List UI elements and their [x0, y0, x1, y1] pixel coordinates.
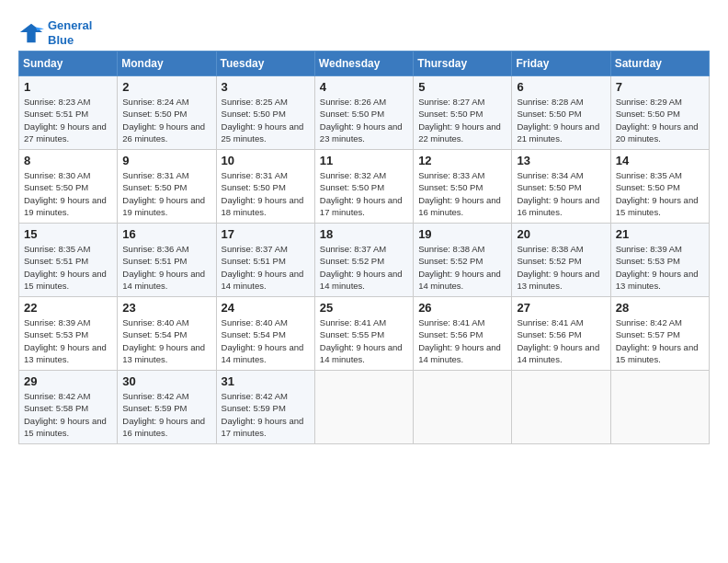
calendar-cell: [610, 371, 709, 444]
calendar-cell: 11Sunrise: 8:32 AMSunset: 5:50 PMDayligh…: [314, 150, 413, 224]
day-number: 26: [418, 301, 506, 315]
calendar-cell: 20Sunrise: 8:38 AMSunset: 5:52 PMDayligh…: [512, 224, 610, 297]
day-info: Sunrise: 8:42 AMSunset: 5:59 PMDaylight:…: [222, 390, 310, 439]
calendar-cell: 3Sunrise: 8:25 AMSunset: 5:50 PMDaylight…: [216, 76, 314, 150]
calendar-day-header: Tuesday: [216, 52, 314, 76]
logo-icon: [18, 20, 44, 46]
day-info: Sunrise: 8:38 AMSunset: 5:52 PMDaylight:…: [418, 243, 506, 292]
day-number: 9: [122, 154, 210, 167]
day-number: 20: [517, 227, 605, 241]
day-number: 19: [418, 227, 506, 241]
calendar-cell: 2Sunrise: 8:24 AMSunset: 5:50 PMDaylight…: [118, 76, 216, 150]
day-info: Sunrise: 8:41 AMSunset: 5:55 PMDaylight:…: [320, 316, 408, 365]
day-number: 4: [320, 80, 408, 94]
page-header: General Blue: [18, 18, 710, 47]
day-info: Sunrise: 8:23 AMSunset: 5:51 PMDaylight:…: [24, 96, 112, 144]
calendar-cell: 15Sunrise: 8:35 AMSunset: 5:51 PMDayligh…: [19, 224, 118, 297]
week-row: 15Sunrise: 8:35 AMSunset: 5:51 PMDayligh…: [19, 224, 710, 297]
calendar-cell: 21Sunrise: 8:39 AMSunset: 5:53 PMDayligh…: [610, 224, 709, 297]
day-number: 15: [24, 227, 112, 241]
day-info: Sunrise: 8:42 AMSunset: 5:59 PMDaylight:…: [122, 390, 210, 439]
calendar-cell: 28Sunrise: 8:42 AMSunset: 5:57 PMDayligh…: [610, 297, 709, 371]
calendar-cell: 16Sunrise: 8:36 AMSunset: 5:51 PMDayligh…: [118, 224, 216, 297]
calendar-cell: 6Sunrise: 8:28 AMSunset: 5:50 PMDaylight…: [512, 76, 610, 150]
calendar-cell: 7Sunrise: 8:29 AMSunset: 5:50 PMDaylight…: [610, 76, 709, 150]
day-info: Sunrise: 8:26 AMSunset: 5:50 PMDaylight:…: [320, 96, 408, 144]
day-info: Sunrise: 8:31 AMSunset: 5:50 PMDaylight:…: [222, 169, 310, 218]
day-info: Sunrise: 8:35 AMSunset: 5:50 PMDaylight:…: [616, 169, 704, 218]
day-number: 28: [616, 301, 704, 315]
day-info: Sunrise: 8:42 AMSunset: 5:58 PMDaylight:…: [24, 390, 112, 439]
calendar-cell: 14Sunrise: 8:35 AMSunset: 5:50 PMDayligh…: [610, 150, 709, 224]
calendar-cell: 13Sunrise: 8:34 AMSunset: 5:50 PMDayligh…: [512, 150, 610, 224]
day-number: 13: [517, 154, 605, 167]
day-number: 22: [24, 301, 112, 315]
day-info: Sunrise: 8:40 AMSunset: 5:54 PMDaylight:…: [122, 316, 210, 365]
calendar-cell: 9Sunrise: 8:31 AMSunset: 5:50 PMDaylight…: [118, 150, 216, 224]
calendar-day-header: Friday: [512, 52, 610, 76]
week-row: 8Sunrise: 8:30 AMSunset: 5:50 PMDaylight…: [19, 150, 710, 224]
day-number: 10: [222, 154, 310, 167]
day-number: 2: [122, 80, 210, 94]
calendar-cell: 31Sunrise: 8:42 AMSunset: 5:59 PMDayligh…: [216, 371, 314, 444]
calendar-cell: 26Sunrise: 8:41 AMSunset: 5:56 PMDayligh…: [414, 297, 512, 371]
calendar-cell: [512, 371, 610, 444]
day-info: Sunrise: 8:29 AMSunset: 5:50 PMDaylight:…: [616, 96, 704, 144]
day-info: Sunrise: 8:41 AMSunset: 5:56 PMDaylight:…: [517, 316, 605, 365]
svg-marker-0: [20, 23, 42, 42]
calendar-cell: 29Sunrise: 8:42 AMSunset: 5:58 PMDayligh…: [19, 371, 118, 444]
day-number: 17: [222, 227, 310, 241]
day-number: 11: [320, 154, 408, 167]
calendar-cell: 17Sunrise: 8:37 AMSunset: 5:51 PMDayligh…: [216, 224, 314, 297]
day-info: Sunrise: 8:39 AMSunset: 5:53 PMDaylight:…: [24, 316, 112, 365]
day-info: Sunrise: 8:35 AMSunset: 5:51 PMDaylight:…: [24, 243, 112, 292]
week-row: 29Sunrise: 8:42 AMSunset: 5:58 PMDayligh…: [19, 371, 710, 444]
day-info: Sunrise: 8:37 AMSunset: 5:52 PMDaylight:…: [320, 243, 408, 292]
day-number: 27: [517, 301, 605, 315]
day-info: Sunrise: 8:34 AMSunset: 5:50 PMDaylight:…: [517, 169, 605, 218]
calendar-cell: 18Sunrise: 8:37 AMSunset: 5:52 PMDayligh…: [314, 224, 413, 297]
week-row: 22Sunrise: 8:39 AMSunset: 5:53 PMDayligh…: [19, 297, 710, 371]
day-info: Sunrise: 8:30 AMSunset: 5:50 PMDaylight:…: [24, 169, 112, 218]
calendar-cell: 19Sunrise: 8:38 AMSunset: 5:52 PMDayligh…: [414, 224, 512, 297]
calendar-cell: [414, 371, 512, 444]
day-number: 5: [418, 80, 506, 94]
calendar-cell: 10Sunrise: 8:31 AMSunset: 5:50 PMDayligh…: [216, 150, 314, 224]
day-info: Sunrise: 8:27 AMSunset: 5:50 PMDaylight:…: [418, 96, 506, 144]
calendar-day-header: Sunday: [19, 52, 118, 76]
calendar-cell: 12Sunrise: 8:33 AMSunset: 5:50 PMDayligh…: [414, 150, 512, 224]
day-number: 18: [320, 227, 408, 241]
day-number: 31: [222, 374, 310, 388]
day-number: 3: [222, 80, 310, 94]
calendar-cell: 24Sunrise: 8:40 AMSunset: 5:54 PMDayligh…: [216, 297, 314, 371]
day-info: Sunrise: 8:40 AMSunset: 5:54 PMDaylight:…: [222, 316, 310, 365]
day-info: Sunrise: 8:31 AMSunset: 5:50 PMDaylight:…: [122, 169, 210, 218]
calendar-cell: 4Sunrise: 8:26 AMSunset: 5:50 PMDaylight…: [314, 76, 413, 150]
day-info: Sunrise: 8:33 AMSunset: 5:50 PMDaylight:…: [418, 169, 506, 218]
day-number: 25: [320, 301, 408, 315]
calendar-cell: 22Sunrise: 8:39 AMSunset: 5:53 PMDayligh…: [19, 297, 118, 371]
day-number: 14: [616, 154, 704, 167]
calendar-cell: [314, 371, 413, 444]
calendar-cell: 8Sunrise: 8:30 AMSunset: 5:50 PMDaylight…: [19, 150, 118, 224]
day-number: 29: [24, 374, 112, 388]
calendar-cell: 30Sunrise: 8:42 AMSunset: 5:59 PMDayligh…: [118, 371, 216, 444]
day-number: 23: [122, 301, 210, 315]
calendar-day-header: Saturday: [610, 52, 709, 76]
logo-text: General Blue: [48, 18, 92, 47]
calendar-cell: 25Sunrise: 8:41 AMSunset: 5:55 PMDayligh…: [314, 297, 413, 371]
day-number: 30: [122, 374, 210, 388]
calendar-cell: 23Sunrise: 8:40 AMSunset: 5:54 PMDayligh…: [118, 297, 216, 371]
day-info: Sunrise: 8:41 AMSunset: 5:56 PMDaylight:…: [418, 316, 506, 365]
day-number: 21: [616, 227, 704, 241]
calendar-day-header: Thursday: [414, 52, 512, 76]
day-number: 1: [24, 80, 112, 94]
day-info: Sunrise: 8:28 AMSunset: 5:50 PMDaylight:…: [517, 96, 605, 144]
day-number: 24: [222, 301, 310, 315]
day-info: Sunrise: 8:24 AMSunset: 5:50 PMDaylight:…: [122, 96, 210, 144]
day-info: Sunrise: 8:38 AMSunset: 5:52 PMDaylight:…: [517, 243, 605, 292]
calendar-header-row: SundayMondayTuesdayWednesdayThursdayFrid…: [19, 52, 710, 76]
calendar-day-header: Monday: [118, 52, 216, 76]
day-info: Sunrise: 8:25 AMSunset: 5:50 PMDaylight:…: [222, 96, 310, 144]
day-number: 12: [418, 154, 506, 167]
